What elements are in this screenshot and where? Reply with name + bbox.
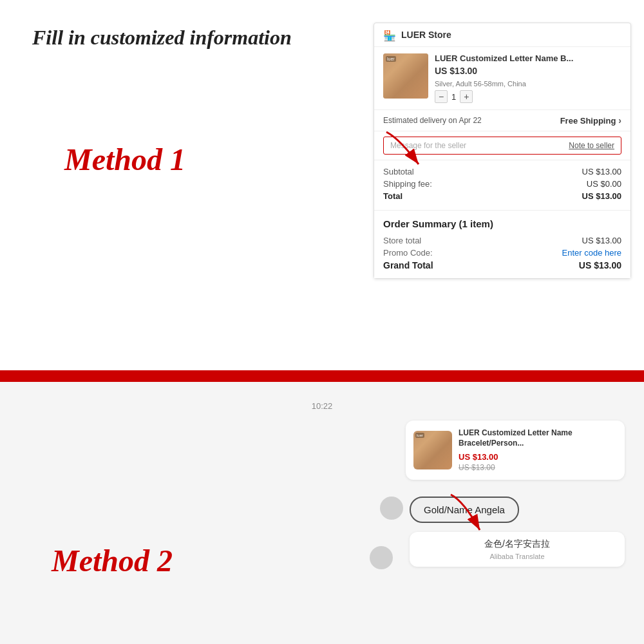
store-total-row: Store total US $13.00 [383, 236, 621, 245]
free-shipping: Free Shipping › [560, 115, 621, 126]
shipping-value: US $0.00 [587, 179, 621, 189]
product-bubble: luer LUER Customized Letter Name Bracele… [406, 421, 625, 480]
page-title: Fill in customized information [32, 26, 292, 50]
promo-label: Promo Code: [383, 248, 433, 258]
translation-text: 金色/名字安吉拉 [420, 538, 614, 550]
total-label: Total [383, 191, 402, 201]
total-value: US $13.00 [582, 191, 621, 201]
chevron-right-icon: › [618, 115, 621, 126]
method1-label: Method 1 [64, 142, 185, 177]
store-total-value: US $13.00 [582, 236, 621, 245]
product-image: luer [383, 53, 428, 99]
product-variant: Silver, Adult 56-58mm, China [435, 80, 621, 88]
method1-arrow [380, 126, 444, 177]
store-name: LUER Store [401, 30, 451, 40]
grand-total-label: Grand Total [383, 260, 433, 270]
quantity-value: 1 [451, 92, 456, 102]
second-avatar-container [370, 546, 393, 569]
product-image-label: luer [386, 56, 396, 62]
promo-code-link[interactable]: Enter code here [562, 248, 621, 258]
bubble-product-name: LUER Customized Letter Name Bracelet/Per… [459, 428, 617, 448]
subtotal-value: US $13.00 [582, 167, 621, 176]
bubble-product-image-label: luer [415, 433, 424, 438]
free-shipping-label: Free Shipping [560, 116, 616, 126]
product-price: US $13.00 [435, 66, 621, 76]
order-summary-title: Order Summary (1 item) [383, 218, 621, 229]
total-row: Total US $13.00 [383, 191, 621, 201]
bubble-product-price-current: US $13.00 [459, 452, 617, 462]
top-section: Fill in customized information Method 1 … [0, 0, 644, 370]
incoming-message-row: Gold/Name Angela [380, 497, 625, 523]
product-bubble-row: luer LUER Customized Letter Name Bracele… [380, 421, 625, 490]
translation-bubble: 金色/名字安吉拉 Alibaba Translate [410, 532, 625, 567]
store-header: 🏪 LUER Store [374, 23, 630, 47]
store-total-label: Store total [383, 236, 421, 245]
bubble-product-details: LUER Customized Letter Name Bracelet/Per… [459, 428, 617, 472]
quantity-row: − 1 + [435, 90, 621, 103]
store-icon: 🏪 [383, 30, 396, 40]
shipping-row: Shipping fee: US $0.00 [383, 179, 621, 189]
second-avatar [370, 546, 393, 569]
bubble-product-price-original: US $13.00 [459, 463, 617, 472]
method2-label: Method 2 [52, 543, 173, 578]
section-divider [0, 370, 644, 382]
method2-arrow [444, 488, 502, 540]
promo-row: Promo Code: Enter code here [383, 248, 621, 258]
avatar [380, 497, 403, 520]
product-details: LUER Customized Letter Name B... US $13.… [435, 53, 621, 103]
product-row: luer LUER Customized Letter Name B... US… [374, 47, 630, 110]
note-to-seller[interactable]: Note to seller [569, 141, 614, 150]
translation-source: Alibaba Translate [420, 553, 614, 560]
delivery-text: Estimated delivery on Apr 22 [383, 116, 482, 125]
qty-increase-button[interactable]: + [460, 90, 473, 103]
grand-total-row: Grand Total US $13.00 [383, 260, 621, 270]
bubble-product-image: luer [413, 431, 452, 469]
chat-area: luer LUER Customized Letter Name Bracele… [380, 421, 625, 567]
shipping-label: Shipping fee: [383, 179, 432, 189]
chat-timestamp: 10:22 [312, 401, 333, 411]
order-summary-section: Order Summary (1 item) Store total US $1… [374, 211, 630, 278]
qty-decrease-button[interactable]: − [435, 90, 448, 103]
product-image-inner: luer [383, 53, 428, 99]
product-name: LUER Customized Letter Name B... [435, 53, 621, 63]
grand-total-value: US $13.00 [579, 260, 621, 270]
bottom-section: 10:22 Method 2 luer LUER Customized Lett… [0, 382, 644, 644]
